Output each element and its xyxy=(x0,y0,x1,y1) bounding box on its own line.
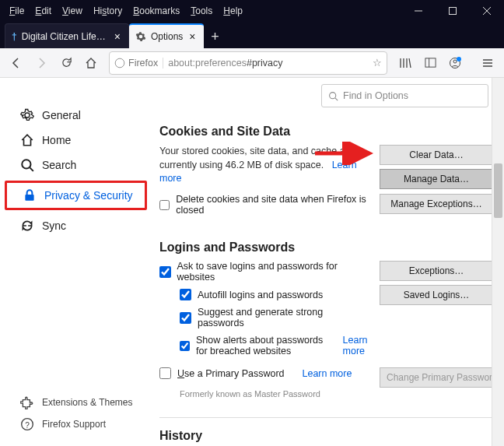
sidebar-toggle-button[interactable] xyxy=(418,51,442,75)
menu-history[interactable]: History xyxy=(89,3,127,19)
menu-view[interactable]: View xyxy=(58,3,87,19)
sidebar-item-label: General xyxy=(42,109,81,121)
sidebar-item-home[interactable]: Home xyxy=(0,128,152,153)
preferences-content: Find in Options General Home Search Priv… xyxy=(0,78,504,446)
saved-logins-button[interactable]: Saved Logins… xyxy=(380,285,493,305)
reload-button[interactable] xyxy=(54,51,78,75)
account-button[interactable] xyxy=(443,51,467,75)
section-title: Cookies and Site Data xyxy=(159,125,493,139)
close-button[interactable] xyxy=(470,0,504,22)
svg-rect-2 xyxy=(425,58,435,67)
sidebar-item-label: Search xyxy=(42,159,76,171)
gear-icon xyxy=(20,108,34,122)
manage-data-button[interactable]: Manage Data… xyxy=(380,169,493,189)
sidebar-item-label: Privacy & Security xyxy=(44,189,133,202)
learn-more-link[interactable]: Learn more xyxy=(303,368,352,379)
tab-digital-citizen[interactable]: † Digital Citizen Life in a digital w × xyxy=(5,23,129,48)
checkbox-label: Show alerts about passwords for breached… xyxy=(196,335,327,356)
identity-box[interactable]: Firefox xyxy=(114,58,163,68)
puzzle-icon xyxy=(20,395,34,409)
svg-point-1 xyxy=(115,58,124,68)
learn-more-link[interactable]: Learn more xyxy=(343,335,372,356)
menubar: File Edit View History Bookmarks Tools H… xyxy=(0,0,504,22)
site-icon: † xyxy=(12,31,17,42)
cookies-description: Your stored cookies, site data, and cach… xyxy=(159,146,354,170)
identity-label: Firefox xyxy=(128,58,158,68)
scrollbar-thumb[interactable] xyxy=(494,163,502,218)
sidebar-item-label: Home xyxy=(42,134,71,146)
svg-point-5 xyxy=(457,57,461,61)
menu-items: File Edit View History Bookmarks Tools H… xyxy=(0,3,247,19)
sidebar-item-sync[interactable]: Sync xyxy=(0,213,152,238)
new-tab-button[interactable]: + xyxy=(204,25,227,48)
home-icon xyxy=(20,133,34,147)
ask-save-logins-checkbox[interactable]: Ask to save logins and passwords for web… xyxy=(159,261,372,283)
sidebar-item-general[interactable]: General xyxy=(0,103,152,128)
lock-icon xyxy=(23,188,37,202)
section-title: History xyxy=(159,429,493,443)
sidebar-item-privacy[interactable]: Privacy & Security xyxy=(5,181,147,210)
checkbox-label: Ask to save logins and passwords for web… xyxy=(177,261,372,283)
clear-data-button[interactable]: Clear Data… xyxy=(380,145,493,165)
menu-bookmarks[interactable]: Bookmarks xyxy=(128,3,184,19)
sidebar-extensions[interactable]: Extensions & Themes xyxy=(0,392,152,413)
svg-rect-0 xyxy=(450,8,457,15)
sidebar-item-label: Firefox Support xyxy=(42,419,106,430)
sidebar-support[interactable]: ? Firefox Support xyxy=(0,413,152,435)
primary-password-checkbox[interactable]: Use a Primary Password Learn more xyxy=(159,367,372,379)
preferences-main: Cookies and Site Data Your stored cookie… xyxy=(152,78,504,446)
home-button[interactable] xyxy=(79,51,103,75)
gear-icon xyxy=(135,31,146,42)
menu-tools[interactable]: Tools xyxy=(186,3,217,19)
close-icon[interactable]: × xyxy=(187,30,197,43)
tabstrip: † Digital Citizen Life in a digital w × … xyxy=(0,22,504,48)
manage-exceptions-button[interactable]: Manage Exceptions… xyxy=(380,194,493,214)
tab-label: Digital Citizen Life in a digital w xyxy=(22,31,108,42)
maximize-button[interactable] xyxy=(436,0,470,22)
close-icon[interactable]: × xyxy=(113,30,122,43)
checkbox-label: Use a Primary Password xyxy=(177,368,285,379)
suggest-passwords-checkbox[interactable]: Suggest and generate strong passwords xyxy=(180,307,372,328)
sidebar-footer: Extensions & Themes ? Firefox Support xyxy=(0,392,152,446)
firefox-icon xyxy=(114,58,125,68)
svg-text:?: ? xyxy=(25,421,30,430)
svg-rect-8 xyxy=(25,195,33,201)
app-menu-button[interactable] xyxy=(476,51,499,75)
checkbox-label: Autofill logins and passwords xyxy=(198,290,323,300)
library-button[interactable] xyxy=(394,51,417,75)
tab-options[interactable]: Options × xyxy=(129,23,204,48)
address-bar[interactable]: Firefox about:preferences#privacy ☆ xyxy=(109,51,387,75)
forward-button[interactable] xyxy=(30,51,53,75)
question-icon: ? xyxy=(20,417,34,431)
bookmark-star-icon[interactable]: ☆ xyxy=(373,57,382,68)
menu-edit[interactable]: Edit xyxy=(30,3,56,19)
breach-alerts-checkbox[interactable]: Show alerts about passwords for breached… xyxy=(180,335,372,356)
tab-label: Options xyxy=(151,31,183,42)
search-icon xyxy=(20,158,34,172)
primary-password-hint: Formerly known as Master Password xyxy=(180,389,493,399)
minimize-button[interactable] xyxy=(401,0,436,22)
nav-toolbar: Firefox about:preferences#privacy ☆ xyxy=(0,48,504,78)
checkbox-label: Suggest and generate strong passwords xyxy=(198,307,372,328)
sidebar-item-label: Sync xyxy=(42,219,66,232)
change-primary-password-button: Change Primary Password… xyxy=(380,367,493,388)
checkbox-label: Delete cookies and site data when Firefo… xyxy=(176,194,372,216)
svg-point-4 xyxy=(453,60,457,63)
sidebar-item-label: Extensions & Themes xyxy=(42,397,133,408)
preferences-sidebar: General Home Search Privacy & Security S… xyxy=(0,78,152,446)
menu-help[interactable]: Help xyxy=(219,3,247,19)
vertical-scrollbar[interactable] xyxy=(492,78,504,446)
sidebar-item-search[interactable]: Search xyxy=(0,153,152,177)
url-text: about:preferences#privacy xyxy=(168,58,368,68)
svg-point-7 xyxy=(22,160,30,168)
back-button[interactable] xyxy=(5,51,28,75)
section-cookies: Cookies and Site Data Your stored cookie… xyxy=(159,125,493,222)
logins-exceptions-button[interactable]: Exceptions… xyxy=(380,261,493,281)
delete-on-close-checkbox[interactable]: Delete cookies and site data when Firefo… xyxy=(159,194,372,216)
menu-file[interactable]: File xyxy=(5,3,29,19)
sync-icon xyxy=(20,219,34,233)
window-controls xyxy=(401,0,504,22)
autofill-checkbox[interactable]: Autofill logins and passwords xyxy=(180,289,372,300)
section-history: History xyxy=(159,417,493,443)
section-title: Logins and Passwords xyxy=(159,241,493,255)
